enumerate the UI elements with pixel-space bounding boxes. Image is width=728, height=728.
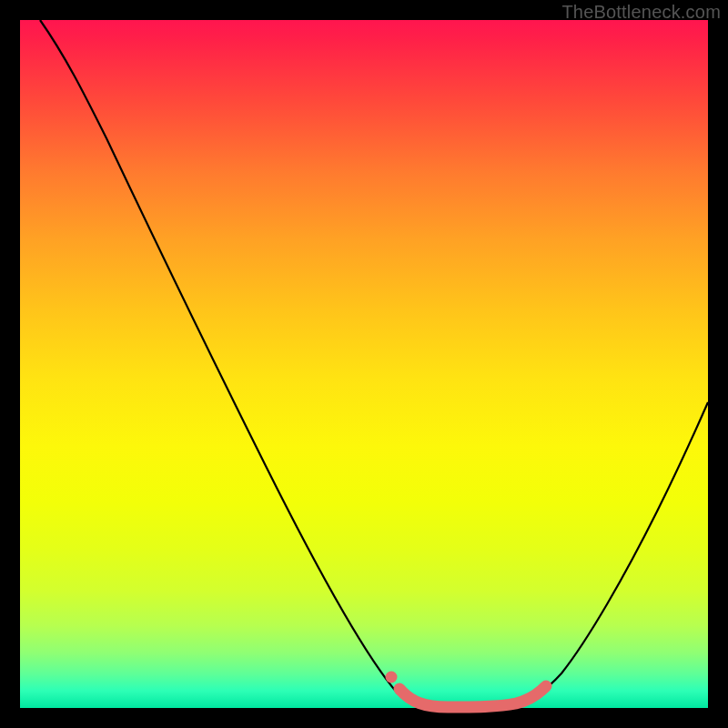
chart-svg: [20, 20, 708, 708]
highlight-start-dot: [386, 672, 398, 683]
watermark-text: TheBottleneck.com: [561, 2, 721, 23]
bottleneck-curve: [40, 20, 708, 708]
plot-area: [20, 20, 708, 708]
chart-frame: TheBottleneck.com: [0, 0, 728, 728]
optimal-range-highlight: [399, 686, 546, 707]
